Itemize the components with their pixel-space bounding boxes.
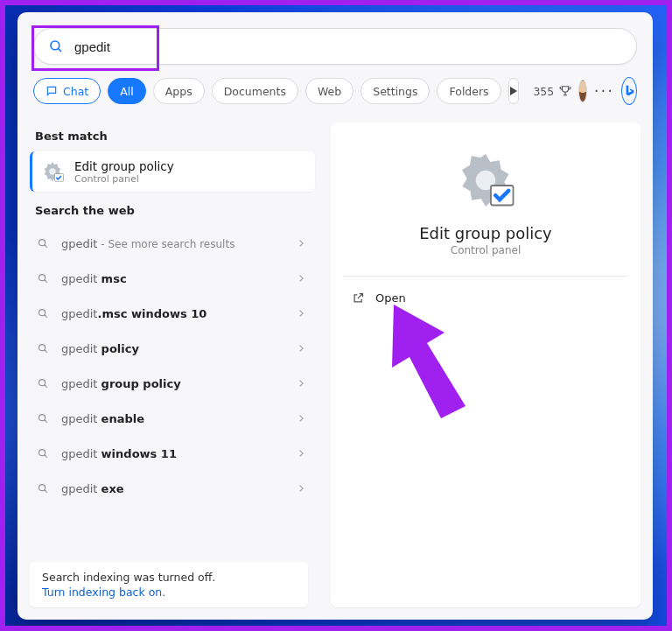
search-icon xyxy=(37,272,49,284)
best-match-subtitle: Control panel xyxy=(74,173,174,185)
section-search-web: Search the web xyxy=(18,192,320,226)
chip-web[interactable]: Web xyxy=(305,78,354,104)
search-icon xyxy=(37,307,49,319)
overflow-menu[interactable]: ··· xyxy=(594,83,614,99)
trophy-icon xyxy=(559,85,571,97)
search-bar-container xyxy=(18,12,653,65)
svg-point-4 xyxy=(39,240,46,246)
svg-point-12 xyxy=(39,380,46,386)
web-result-row[interactable]: gpedit policy xyxy=(18,331,320,366)
chip-all-label: All xyxy=(120,85,134,98)
web-result-row[interactable]: gpedit group policy xyxy=(18,366,320,401)
chip-apps[interactable]: Apps xyxy=(153,78,205,104)
chevron-right-icon xyxy=(296,413,306,424)
svg-point-8 xyxy=(39,310,46,316)
search-icon xyxy=(37,342,49,354)
chip-chat-label: Chat xyxy=(63,85,88,98)
chevron-right-icon xyxy=(296,343,306,354)
web-result-label: gpedit enable xyxy=(61,412,296,425)
indexing-line1: Search indexing was turned off. xyxy=(42,571,296,584)
filter-chip-row: Chat All Apps Documents Web Settings Fol… xyxy=(18,65,653,117)
indexing-turn-on-link[interactable]: Turn indexing back on. xyxy=(42,585,296,599)
web-result-label: gpedit windows 11 xyxy=(61,447,296,460)
svg-line-5 xyxy=(45,245,47,248)
web-result-row[interactable]: gpedit msc xyxy=(18,261,320,296)
user-avatar[interactable] xyxy=(578,80,587,102)
indexing-notice: Search indexing was turned off. Turn ind… xyxy=(30,562,308,607)
svg-line-9 xyxy=(45,315,47,318)
chevron-right-icon xyxy=(296,448,306,459)
section-best-match: Best match xyxy=(18,117,320,151)
svg-point-14 xyxy=(39,415,46,421)
detail-panel: Edit group policy Control panel Open xyxy=(331,123,640,607)
chip-chat[interactable]: Chat xyxy=(33,78,101,104)
chevron-right-icon xyxy=(296,308,306,319)
web-result-row[interactable]: gpedit windows 11 xyxy=(18,436,320,471)
svg-line-17 xyxy=(45,455,47,458)
web-result-label: gpedit group policy xyxy=(61,377,296,390)
bing-icon xyxy=(622,84,636,98)
svg-point-6 xyxy=(39,275,46,281)
svg-point-10 xyxy=(39,345,46,351)
chip-all[interactable]: All xyxy=(108,78,146,104)
results-panel: Best match Edit group policy Control pan… xyxy=(18,117,326,620)
web-results-list: gpedit - See more search resultsgpedit m… xyxy=(18,226,320,506)
chip-settings-label: Settings xyxy=(373,85,417,98)
windows-search-flyout: Chat All Apps Documents Web Settings Fol… xyxy=(18,12,653,620)
chip-settings[interactable]: Settings xyxy=(360,78,430,104)
svg-point-0 xyxy=(51,41,60,50)
bing-chat-icon xyxy=(46,85,58,97)
chevron-right-icon xyxy=(296,483,306,494)
web-result-row[interactable]: gpedit.msc windows 10 xyxy=(18,296,320,331)
search-icon xyxy=(37,377,49,389)
chip-more-filters[interactable] xyxy=(508,78,520,104)
settings-check-icon xyxy=(454,149,517,212)
chip-web-label: Web xyxy=(318,85,341,98)
search-bar[interactable] xyxy=(33,28,637,65)
chip-folders[interactable]: Folders xyxy=(437,78,500,104)
web-result-label: gpedit policy xyxy=(61,342,296,355)
search-icon xyxy=(37,237,49,249)
rewards-points-value: 355 xyxy=(533,85,554,98)
search-icon xyxy=(37,447,49,459)
web-result-label: gpedit.msc windows 10 xyxy=(61,307,296,320)
chip-documents[interactable]: Documents xyxy=(212,78,298,104)
settings-check-icon xyxy=(39,158,66,185)
svg-line-19 xyxy=(45,490,47,493)
detail-title: Edit group policy xyxy=(419,224,552,242)
svg-line-13 xyxy=(45,385,47,388)
chevron-right-icon xyxy=(296,238,306,249)
chevron-right-icon xyxy=(296,378,306,389)
play-icon xyxy=(509,87,518,95)
web-result-label: gpedit msc xyxy=(61,272,296,285)
web-result-label: gpedit - See more search results xyxy=(61,237,296,250)
divider xyxy=(343,276,628,277)
chip-apps-label: Apps xyxy=(165,85,192,98)
web-result-row[interactable]: gpedit exe xyxy=(18,471,320,506)
open-label: Open xyxy=(375,291,406,305)
bing-button[interactable] xyxy=(621,77,637,105)
best-match-result[interactable]: Edit group policy Control panel xyxy=(30,151,315,192)
svg-line-7 xyxy=(45,280,47,283)
rewards-points[interactable]: 355 xyxy=(533,85,571,98)
svg-point-16 xyxy=(39,450,46,456)
open-icon xyxy=(352,291,365,305)
chip-folders-label: Folders xyxy=(449,85,488,98)
svg-line-1 xyxy=(58,48,61,52)
svg-point-18 xyxy=(39,485,46,491)
chip-documents-label: Documents xyxy=(224,85,286,98)
svg-line-15 xyxy=(45,420,47,423)
web-result-row[interactable]: gpedit - See more search results xyxy=(18,226,320,261)
best-match-title: Edit group policy xyxy=(74,159,174,173)
open-action[interactable]: Open xyxy=(346,282,625,313)
web-result-label: gpedit exe xyxy=(61,482,296,495)
search-icon xyxy=(37,482,49,494)
search-icon xyxy=(37,412,49,424)
detail-subtitle: Control panel xyxy=(451,244,521,256)
chevron-right-icon xyxy=(296,273,306,284)
svg-line-11 xyxy=(45,350,47,353)
web-result-row[interactable]: gpedit enable xyxy=(18,401,320,436)
search-input[interactable] xyxy=(73,39,622,55)
search-icon xyxy=(48,39,64,54)
